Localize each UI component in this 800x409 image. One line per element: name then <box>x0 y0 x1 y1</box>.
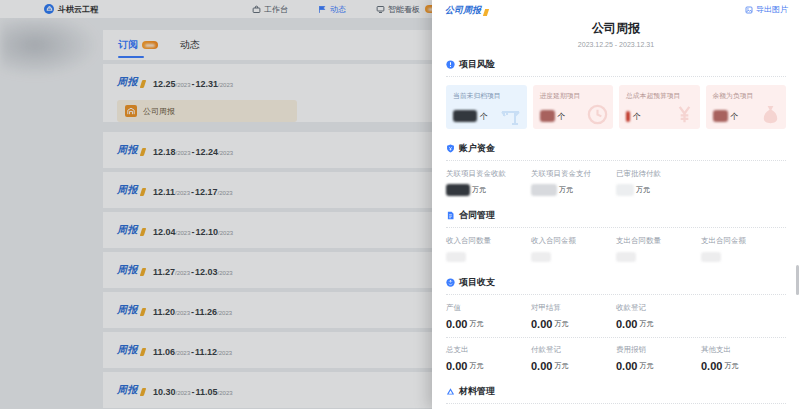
card-unit: 个 <box>480 111 488 122</box>
card-label: 总成本超预算项目 <box>626 91 693 101</box>
divider <box>446 160 786 161</box>
redacted-value <box>626 111 630 122</box>
risk-card-delayed: 进度延期项目 个 <box>533 85 614 129</box>
report-corner-logo: 公司周报 <box>445 4 488 17</box>
crane-icon <box>499 104 523 126</box>
card-unit: 个 <box>558 111 566 122</box>
redacted-value <box>540 110 555 122</box>
scrollbar-thumb[interactable] <box>796 265 799 295</box>
stat-expense-reimbursement: 费用报销 0.00万元 <box>616 345 701 372</box>
card-label: 进度延期项目 <box>540 91 607 101</box>
stat-funds-pending: 已审批待付款 万元 <box>616 169 701 196</box>
section-title: 账户资金 <box>459 142 495 155</box>
section-material-management: 材料管理 采购订单数量 0个 采购订单金额 0.00万元 入库单金额 0.00万… <box>446 385 786 409</box>
stat-income-contract-count: 收入合同数量 <box>446 236 531 263</box>
section-project-risk: 项目风险 当前未归档项目 个 进度延期项目 个 总成本超预算项目 <box>446 58 786 129</box>
stat-funds-received: 关联项目资金收款 万元 <box>446 169 531 196</box>
card-unit: 个 <box>633 111 641 122</box>
section-project-income-expense: 项目收支 产值 0.00万元 对甲结算 0.00万元 收款登记 0.00万元 <box>446 276 786 372</box>
redacted-value <box>701 252 721 262</box>
income-expense-icon <box>446 278 455 287</box>
redacted-value <box>531 252 551 262</box>
section-title: 合同管理 <box>459 209 495 222</box>
report-drawer: 公司周报 导出图片 公司周报 2023.12.25 - 2023.12.31 项… <box>432 0 800 409</box>
report-title: 公司周报 <box>432 20 800 37</box>
divider <box>446 76 786 77</box>
divider <box>446 337 786 338</box>
redacted-value <box>446 184 470 196</box>
card-unit: 个 <box>731 111 739 122</box>
export-image-icon <box>745 6 753 14</box>
stat-total-expense: 总支出 0.00万元 <box>446 345 531 372</box>
section-title: 项目风险 <box>459 58 495 71</box>
risk-card-negative-balance: 余额为负项目 个 <box>706 85 787 129</box>
contract-icon <box>446 211 455 220</box>
risk-card-unarchived: 当前未归档项目 个 <box>446 85 527 129</box>
section-title: 项目收支 <box>459 276 495 289</box>
redacted-value <box>453 110 477 122</box>
stat-receipt-register: 收款登记 0.00万元 <box>616 303 701 330</box>
section-contract-management: 合同管理 收入合同数量 收入合同金额 支出合同数量 <box>446 209 786 263</box>
risk-card-over-budget: 总成本超预算项目 个 <box>619 85 700 129</box>
stat-expense-contract-amount: 支出合同金额 <box>701 236 786 263</box>
redacted-value <box>713 110 728 122</box>
export-image-label: 导出图片 <box>756 4 788 15</box>
card-label: 当前未归档项目 <box>453 91 520 101</box>
stat-payment-register: 付款登记 0.00万元 <box>531 345 616 372</box>
clock-icon <box>586 103 609 126</box>
section-title: 材料管理 <box>459 385 495 398</box>
stat-output-value: 产值 0.00万元 <box>446 303 531 330</box>
modal-overlay[interactable] <box>0 0 432 409</box>
stat-expense-contract-count: 支出合同数量 <box>616 236 701 263</box>
redacted-value <box>446 252 466 262</box>
divider <box>446 403 786 404</box>
report-date-range: 2023.12.25 - 2023.12.31 <box>432 41 800 48</box>
redacted-value <box>616 252 636 262</box>
stat-funds-paid: 关联项目资金支付 万元 <box>531 169 616 196</box>
stat-other-expense: 其他支出 0.00万元 <box>701 345 786 372</box>
material-icon <box>446 387 455 396</box>
yuan-icon <box>673 103 696 126</box>
stat-income-contract-amount: 收入合同金额 <box>531 236 616 263</box>
stat-owner-settlement: 对甲结算 0.00万元 <box>531 303 616 330</box>
section-account-funds: 账户资金 关联项目资金收款 万元 关联项目资金支付 万元 已审批待付款 万元 <box>446 142 786 196</box>
shield-icon <box>446 144 455 153</box>
export-image-button[interactable]: 导出图片 <box>745 4 788 15</box>
screen: 斗栱云工程 工作台 动态 智能看板 订阅 <box>0 0 800 409</box>
divider <box>446 294 786 295</box>
redacted-value <box>531 184 557 196</box>
redacted-value <box>616 184 634 196</box>
money-bag-icon <box>759 103 782 126</box>
alert-circle-icon <box>446 60 455 69</box>
divider <box>446 227 786 228</box>
card-label: 余额为负项目 <box>713 91 780 101</box>
